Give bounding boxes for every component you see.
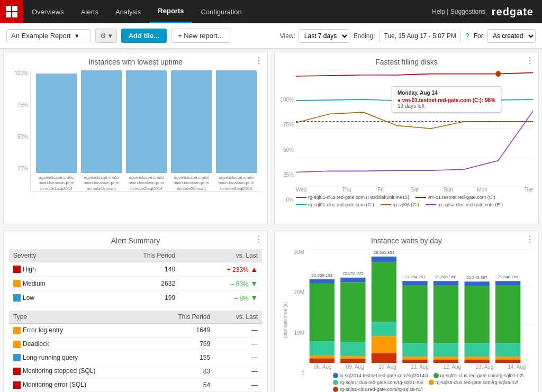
med-vs: – 63% ▼ xyxy=(179,277,262,291)
disk-highlight-dot xyxy=(495,71,501,77)
table-row: Deadlock 769 — xyxy=(9,337,262,351)
alert-chart-title: Alert Summary xyxy=(9,236,262,245)
waits-legend-4: rg-sqlsa-clus.red-gate.com/rg-sqlsa-n2\ xyxy=(429,380,519,385)
legend-label-5: rg-sqlsa-clus.red-gate.com (E:) xyxy=(438,202,503,207)
svg-text:22,359,103: 22,359,103 xyxy=(312,273,332,278)
tooltip-date: Monday, Aug 14 xyxy=(398,90,495,96)
svg-rect-39 xyxy=(433,343,458,357)
col-type: Type xyxy=(9,311,151,324)
logo[interactable] xyxy=(0,0,23,23)
legend-3: rg-sql01-clus.red-gate.com (C:) xyxy=(296,202,374,207)
add-tile-button[interactable]: Add tile... xyxy=(121,29,167,43)
tile-menu-alert[interactable]: ⋮ xyxy=(255,235,263,244)
col-type-vs: vs. Last xyxy=(214,311,262,324)
svg-text:22,852,035: 22,852,035 xyxy=(342,271,363,276)
table-row: Monitoring stopped (SQL) 83 — xyxy=(9,364,262,378)
nav-items: Overviews Alerts Analysis Reports Config… xyxy=(23,0,432,23)
waits-legend-1: is-sql2014.testnet.red-gate.com/sql2014c… xyxy=(333,373,428,378)
svg-text:21,540,387: 21,540,387 xyxy=(466,275,487,280)
waits-legend-3: rg-sql01-clus.red-gate.com/rg-sql01-n3\ xyxy=(333,380,423,385)
sev-low: Low xyxy=(9,291,94,305)
tile-menu-uptime[interactable]: ⋮ xyxy=(255,57,263,65)
long-query-vs: — xyxy=(214,351,262,364)
col-vs-last: vs. Last xyxy=(179,249,262,262)
view-dropdown[interactable]: Last 7 days xyxy=(299,29,349,43)
nav-alerts[interactable]: Alerts xyxy=(73,0,107,23)
svg-rect-33 xyxy=(402,343,427,357)
waits-legend-label-3: rg-sql01-clus.red-gate.com/rg-sql01-n3\ xyxy=(340,380,423,385)
disk-tile: ⋮ Fastest filling disks xyxy=(274,52,539,224)
type-long-query: Long-running query xyxy=(9,351,151,364)
legend-label-1: rg-sql01-clus.red-gate.com (HarddiskVolu… xyxy=(308,195,409,200)
tile-menu-waits[interactable]: ⋮ xyxy=(526,235,534,244)
table-row: Long-running query 155 — xyxy=(9,351,262,364)
nav-reports[interactable]: Reports xyxy=(149,0,192,23)
low-period: 199 xyxy=(94,291,179,305)
disk-yaxis: 100%75%50%25%0% xyxy=(280,97,296,203)
for-dropdown[interactable]: As created xyxy=(487,29,536,43)
svg-text:21,648,766: 21,648,766 xyxy=(498,275,518,279)
uptime-yaxis: 100% 75% 50% 25% xyxy=(9,70,30,197)
table-row: Error log entry 1649 — xyxy=(9,324,262,338)
high-period: 140 xyxy=(94,262,179,277)
ending-label: Ending: xyxy=(354,32,375,40)
svg-rect-51 xyxy=(495,343,520,357)
waits-chart-title: Instance waits by day xyxy=(280,236,533,245)
waits-yaxis: 30M20M10M0 xyxy=(291,249,306,392)
svg-rect-40 xyxy=(433,357,458,359)
disk-chart-title: Fastest filling disks xyxy=(280,58,533,66)
svg-rect-47 xyxy=(464,360,489,363)
col-severity: Severity xyxy=(9,249,94,262)
nav-analysis[interactable]: Analysis xyxy=(107,0,149,23)
svg-rect-46 xyxy=(464,357,489,359)
svg-rect-29 xyxy=(372,353,396,363)
svg-rect-37 xyxy=(433,281,458,286)
waits-bars-wrapper: 22,359,103 22,852,035 28,361,834 xyxy=(306,249,533,392)
long-query-period: 155 xyxy=(151,351,214,364)
uptime-chart-title: Instances with lowest uptime xyxy=(9,58,262,66)
waits-legend-5: rg-sqlsa-clus.red-gate.com/rg-sqlsa-n1\ xyxy=(333,387,423,392)
alert-tile: ⋮ Alert Summary Severity This Period vs.… xyxy=(3,231,268,392)
new-report-button[interactable]: + New report... xyxy=(171,29,230,43)
nav-overviews[interactable]: Overviews xyxy=(23,0,73,23)
table-row: Medium 2632 – 63% ▼ xyxy=(9,277,262,291)
svg-rect-43 xyxy=(464,281,489,286)
info-icon[interactable]: ? xyxy=(465,32,469,40)
view-selector: View: Last 7 days xyxy=(280,29,349,43)
nav-configuration[interactable]: Configuration xyxy=(192,0,250,23)
sev-medium: Medium xyxy=(9,277,94,291)
svg-text:21,604,257: 21,604,257 xyxy=(404,275,425,279)
high-vs: + 233% ▲ xyxy=(179,262,262,277)
uptime-tile: ⋮ Instances with lowest uptime 100% 75% … xyxy=(3,52,268,224)
svg-rect-50 xyxy=(495,286,520,343)
col-this-period: This Period xyxy=(94,249,179,262)
disk-chart: Monday, Aug 14 ● vm-01.testnet.red-gate.… xyxy=(280,70,533,218)
bar-label-4: agwincluster.smdomain.local\sm-primdcnod… xyxy=(174,175,209,192)
svg-rect-35 xyxy=(402,360,427,363)
main-content: ⋮ Instances with lowest uptime 100% 75% … xyxy=(0,49,542,392)
waits-legend-label-4: rg-sqlsa-clus.red-gate.com/rg-sqlsa-n2\ xyxy=(436,380,519,385)
view-label: View: xyxy=(280,32,295,40)
deadlock-period: 769 xyxy=(151,337,214,351)
disk-xaxis: Wed Thu Fri Sat Sun Mon Tue xyxy=(296,187,533,193)
table-row: Low 199 – 8% ▼ xyxy=(9,291,262,305)
legend-2: vm-01.testnet.red-gate.com (C:) xyxy=(415,195,495,200)
legend-label-4: rg-sql06 (C:) xyxy=(393,202,419,207)
low-vs: – 8% ▼ xyxy=(179,291,262,305)
bar-label-3: agwincluster.smdomain.local\sm-primdcnod… xyxy=(129,175,164,192)
report-selector[interactable]: An Example Report ▾ xyxy=(6,29,91,42)
gear-button[interactable]: ⚙ ▾ xyxy=(95,29,117,43)
table-row: High 140 + 233% ▲ xyxy=(9,262,262,277)
bar-1: agwincluster.smdomain.local\sm-primdcnod… xyxy=(36,70,77,192)
svg-rect-27 xyxy=(372,322,396,336)
waits-legend-2: rg-sql01-clus.red-gate.com/rg-sql01-n2\ xyxy=(433,373,524,378)
bar-label-1: agwincluster.smdomain.local\sm-primdcnod… xyxy=(39,175,74,192)
mon-stop-vs: — xyxy=(214,364,262,378)
error-log-vs: — xyxy=(214,324,262,338)
help-link[interactable]: Help | Suggestions xyxy=(432,8,485,15)
waits-ylabel: Total wait time (s) xyxy=(283,302,288,339)
tile-menu-disk[interactable]: ⋮ xyxy=(526,57,534,65)
svg-rect-28 xyxy=(372,336,396,353)
table-row: Monitoring error (SQL) 54 — xyxy=(9,378,262,392)
svg-rect-2 xyxy=(6,12,11,17)
